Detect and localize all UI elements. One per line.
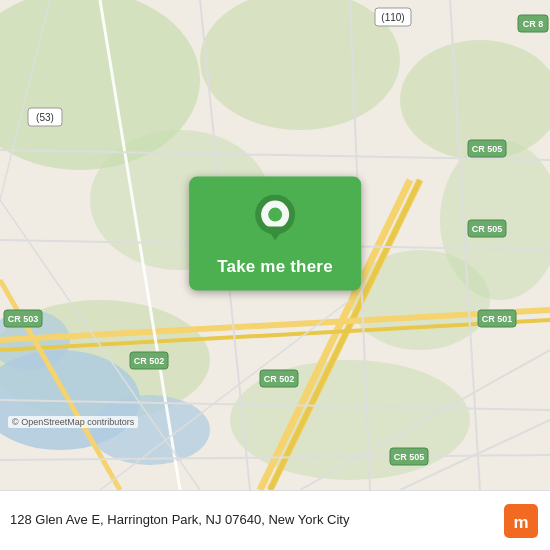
svg-text:CR 8: CR 8 xyxy=(523,19,544,29)
svg-point-10 xyxy=(90,395,210,465)
svg-text:CR 505: CR 505 xyxy=(394,452,425,462)
osm-attribution: © OpenStreetMap contributors xyxy=(8,416,138,428)
svg-text:CR 502: CR 502 xyxy=(134,356,165,366)
svg-point-55 xyxy=(268,208,282,222)
take-me-there-button[interactable]: Take me there xyxy=(217,257,333,277)
take-me-there-overlay[interactable]: Take me there xyxy=(189,177,361,291)
moovit-logo: m xyxy=(504,504,538,538)
svg-text:m: m xyxy=(513,512,528,531)
location-pin-icon xyxy=(253,195,297,247)
svg-text:(110): (110) xyxy=(381,12,404,23)
svg-text:CR 505: CR 505 xyxy=(472,224,503,234)
svg-text:CR 503: CR 503 xyxy=(8,314,39,324)
bottom-bar: 128 Glen Ave E, Harrington Park, NJ 0764… xyxy=(0,490,550,550)
address-text: 128 Glen Ave E, Harrington Park, NJ 0764… xyxy=(10,512,349,529)
svg-text:CR 502: CR 502 xyxy=(264,374,295,384)
map: (110) CR 8 (53) CR 505 CR 505 CR 17 CR 5… xyxy=(0,0,550,490)
svg-text:CR 501: CR 501 xyxy=(482,314,513,324)
green-card: Take me there xyxy=(189,177,361,291)
svg-text:(53): (53) xyxy=(36,112,54,123)
moovit-icon: m xyxy=(504,504,538,538)
svg-text:CR 505: CR 505 xyxy=(472,144,503,154)
svg-marker-56 xyxy=(266,227,284,241)
